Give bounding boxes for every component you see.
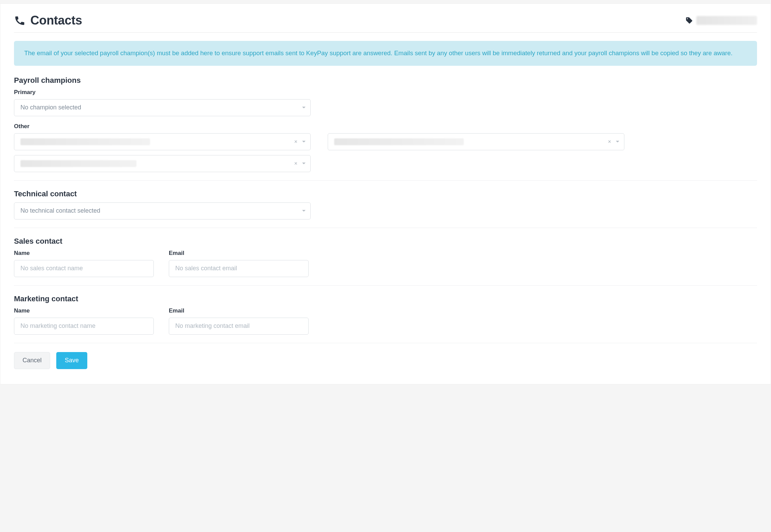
other-label: Other [14, 123, 757, 130]
payroll-champions-section: Payroll champions Primary No champion se… [14, 76, 757, 172]
other-champion-select-1[interactable]: × [14, 133, 311, 150]
primary-label: Primary [14, 89, 757, 96]
chevron-down-icon [302, 107, 306, 108]
phone-icon [14, 15, 26, 26]
technical-contact-heading: Technical contact [14, 189, 757, 198]
other-champion-select-3[interactable]: × [14, 155, 311, 172]
cancel-button[interactable]: Cancel [14, 352, 50, 369]
page-title-group: Contacts [14, 13, 82, 28]
sales-contact-section: Sales contact Name Email [14, 237, 757, 277]
technical-contact-placeholder: No technical contact selected [20, 207, 100, 214]
payroll-champions-heading: Payroll champions [14, 76, 757, 85]
marketing-name-input[interactable] [14, 318, 154, 335]
form-actions: Cancel Save [14, 352, 757, 369]
primary-champion-placeholder: No champion selected [20, 104, 81, 111]
sales-contact-heading: Sales contact [14, 237, 757, 246]
header-tag-area [685, 16, 757, 25]
divider [14, 285, 757, 286]
other-champions-row-1: × × [14, 133, 757, 150]
sales-name-label: Name [14, 250, 154, 257]
chevron-down-icon [302, 141, 306, 142]
sales-email-input[interactable] [169, 260, 309, 277]
technical-contact-section: Technical contact No technical contact s… [14, 189, 757, 219]
sales-email-label: Email [169, 250, 309, 257]
sales-name-input[interactable] [14, 260, 154, 277]
clear-icon[interactable]: × [293, 160, 299, 167]
contacts-card: Contacts The email of your selected payr… [0, 3, 771, 384]
header-tag-redacted [696, 16, 757, 25]
divider [14, 180, 757, 181]
divider [14, 343, 757, 343]
marketing-contact-section: Marketing contact Name Email [14, 294, 757, 335]
clear-icon[interactable]: × [293, 138, 299, 145]
other-champion-select-2[interactable]: × [328, 133, 624, 150]
tag-icon [685, 17, 693, 24]
divider [14, 228, 757, 228]
page-title: Contacts [30, 13, 82, 28]
technical-contact-select[interactable]: No technical contact selected [14, 202, 311, 219]
marketing-name-label: Name [14, 307, 154, 314]
other-champions-row-2: × [14, 155, 757, 172]
other-champion-1-redacted [20, 138, 150, 145]
marketing-email-input[interactable] [169, 318, 309, 335]
chevron-down-icon [302, 210, 306, 212]
chevron-down-icon [616, 141, 619, 142]
info-banner: The email of your selected payroll champ… [14, 41, 757, 66]
chevron-down-icon [302, 163, 306, 164]
other-champion-2-redacted [334, 138, 464, 145]
marketing-email-label: Email [169, 307, 309, 314]
card-header: Contacts [14, 13, 757, 33]
clear-icon[interactable]: × [607, 138, 612, 145]
other-champion-3-redacted [20, 160, 136, 167]
marketing-contact-heading: Marketing contact [14, 294, 757, 303]
save-button[interactable]: Save [56, 352, 87, 369]
primary-champion-select[interactable]: No champion selected [14, 99, 311, 116]
